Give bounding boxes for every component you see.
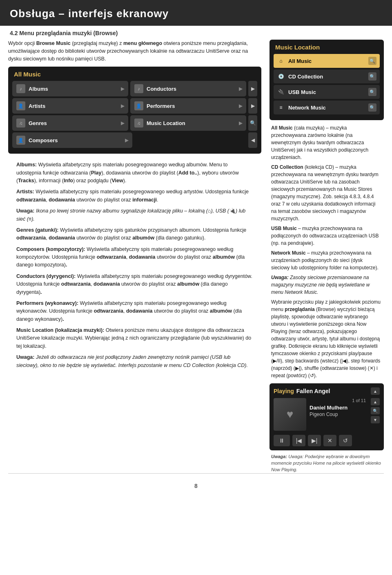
genres-desc: Genres (gatunki): Wyświetla alfabetyczny…	[16, 226, 253, 242]
step-back-button[interactable]: |◀	[292, 435, 305, 446]
music-location-widget-title: Music Location	[274, 44, 380, 51]
music-location-button[interactable]: ♫ Music Location ▶	[130, 115, 246, 131]
performers-label: Performers	[147, 103, 175, 109]
artists-arrow: ▶	[121, 103, 124, 109]
uwaga-ikona: Uwaga: Ikona po lewej stronie nazwy albu…	[16, 207, 253, 223]
performers-button[interactable]: 👤 Performers ▶	[130, 98, 246, 114]
albums-desc: Albums: Wyświetla alfabetyczny spis mate…	[16, 161, 253, 185]
uwaga-no-device: Uwaga: Jeżeli do odtwarzacza nie jest po…	[16, 354, 253, 369]
playing-artist: Daniel Mulhern	[310, 405, 366, 411]
conductors-desc: Conductors (dyrygenci): Wyświetla alfabe…	[16, 273, 253, 296]
step-forward-button[interactable]: ▶|	[308, 435, 321, 446]
playing-label: Playing	[274, 388, 294, 394]
conductors-icon: ♪	[134, 84, 143, 93]
music-location-label: Music Location	[147, 120, 185, 126]
repeat-button[interactable]: ↺	[339, 435, 352, 446]
artists-label: Artists	[29, 103, 45, 109]
playing-uwaga: Uwaga: Uwaga: Podwójne wybranie w dowoln…	[270, 454, 384, 473]
intro-text: Wybór opcji Browse Music (przeglądaj muz…	[8, 40, 261, 63]
usb-icon: 🔌	[277, 88, 285, 96]
shuffle-button[interactable]: ✕	[323, 435, 336, 446]
performers-arrow: ▶	[239, 103, 242, 109]
music-location-arrow: ▶	[239, 121, 242, 126]
all-music-search[interactable]: 🔍	[368, 57, 376, 65]
location-network-music[interactable]: ≡ Network Music 🔍	[274, 101, 380, 114]
left-column: Wybór opcji Browse Music (przeglądaj muz…	[4, 40, 265, 473]
all-music-icon: ⌂	[277, 57, 285, 65]
browse-play-note: Wybranie przycisku play z jakiegokolwiek…	[271, 298, 382, 379]
composers-icon: 👤	[16, 136, 25, 145]
cd-search[interactable]: 🔍	[368, 72, 376, 81]
music-location-widget: Music Location ⌂ All Music 🔍 💿 CD Collec…	[270, 40, 384, 120]
genres-arrow: ▶	[121, 121, 124, 126]
body-descriptions: Albums: Wyświetla alfabetyczny spis mate…	[8, 158, 261, 376]
artists-button[interactable]: 👤 Artists ▶	[12, 98, 128, 114]
all-music-title: All Music	[12, 71, 257, 78]
album-art: ♥	[274, 398, 306, 431]
row4-right-arrow[interactable]: ◀	[248, 132, 257, 148]
all-music-widget: All Music ♪ Albums ▶ ♪ Conductors ▶ ▶ 👤	[8, 67, 261, 154]
genres-icon: ♫	[16, 119, 25, 128]
playing-count: 1 of 11	[310, 398, 366, 403]
performers-icon: 👤	[134, 101, 143, 110]
playing-up-arrow[interactable]: ▲	[371, 387, 380, 395]
playing-nav-up[interactable]: ▲	[371, 398, 380, 405]
network-icon: ≡	[277, 103, 285, 112]
composers-label: Composers	[29, 137, 58, 143]
right-descriptions: All Music (cała muzyka) – muzyka przecho…	[270, 124, 384, 379]
playing-widget: Playing Fallen Angel ▲ ♥ 1 of 11 Daniel …	[270, 383, 384, 450]
usb-search[interactable]: 🔍	[368, 88, 376, 96]
row3-right-arrow[interactable]: 🔍	[248, 115, 257, 131]
location-usb-music[interactable]: 🔌 USB Music 🔍	[274, 85, 380, 99]
playing-nav-down[interactable]: ▼	[371, 416, 380, 423]
network-search[interactable]: 🔍	[368, 103, 376, 112]
row1-right-arrow[interactable]: ▶	[248, 81, 257, 96]
row2-right-arrow[interactable]: ▶	[248, 98, 257, 114]
playing-nav-search[interactable]: 🔍	[371, 407, 380, 414]
play-pause-button[interactable]: ⏸	[274, 435, 290, 446]
genres-button[interactable]: ♫ Genres ▶	[12, 115, 128, 131]
page-header: Obsługa – interfejs ekranowy	[0, 0, 392, 26]
cd-collection-full-desc: CD Collection (kolekcja CD) – muzyka prz…	[271, 163, 382, 222]
conductors-arrow: ▶	[239, 86, 242, 92]
genres-label: Genres	[29, 120, 47, 126]
right-column: Music Location ⌂ All Music 🔍 💿 CD Collec…	[265, 40, 388, 473]
network-loc-label: Network Music	[288, 105, 365, 111]
network-note: Uwaga: Zasoby sieciowe przemianowane na …	[271, 274, 382, 296]
artists-icon: 👤	[16, 101, 25, 110]
artists-desc: Artists: Wyświetla alfabetyczny spis mat…	[16, 188, 253, 204]
albums-label: Albums	[29, 86, 48, 92]
albums-arrow: ▶	[121, 86, 124, 92]
usb-music-full-desc: USB Music – muzyka przechowywana na podł…	[271, 225, 382, 247]
composers-arrow: ▶	[125, 138, 128, 143]
section-title: 4.2 Menu przeglądania muzyki (Browse)	[0, 26, 392, 36]
usb-loc-label: USB Music	[288, 89, 365, 95]
playing-controls: ⏸ |◀ ▶| ✕ ↺	[274, 435, 380, 446]
playing-track-title: Fallen Angel	[296, 388, 330, 394]
music-location-icon: ♫	[134, 119, 143, 128]
location-cd-collection[interactable]: 💿 CD Collection 🔍	[274, 69, 380, 83]
performers-desc: Performers (wykonawcy): Wyświetla alfabe…	[16, 300, 253, 323]
composers-button[interactable]: 👤 Composers ▶	[12, 132, 132, 148]
network-music-full-desc: Network Music – muzyka przechowywana na …	[271, 249, 382, 271]
composers-desc: Composers (kompozytorzy): Wyświetla alfa…	[16, 246, 253, 269]
albums-button[interactable]: ♪ Albums ▶	[12, 81, 128, 96]
conductors-button[interactable]: ♪ Conductors ▶	[130, 81, 246, 96]
page-title: Obsługa – interfejs ekranowy	[10, 7, 382, 20]
conductors-label: Conductors	[147, 86, 176, 92]
all-music-full-desc: All Music (cała muzyka) – muzyka przecho…	[271, 124, 382, 161]
page-number: 8	[0, 476, 392, 492]
cd-icon: 💿	[277, 72, 285, 81]
all-music-loc-label: All Music	[288, 58, 365, 64]
music-location-desc: Music Location (lokalizacja muzyki): Otw…	[16, 327, 253, 350]
location-all-music[interactable]: ⌂ All Music 🔍	[274, 54, 380, 68]
albums-icon: ♪	[16, 84, 25, 93]
cd-loc-label: CD Collection	[288, 74, 365, 80]
playing-album: Pigeon Coup	[310, 412, 366, 417]
album-art-placeholder: ♥	[287, 408, 294, 421]
